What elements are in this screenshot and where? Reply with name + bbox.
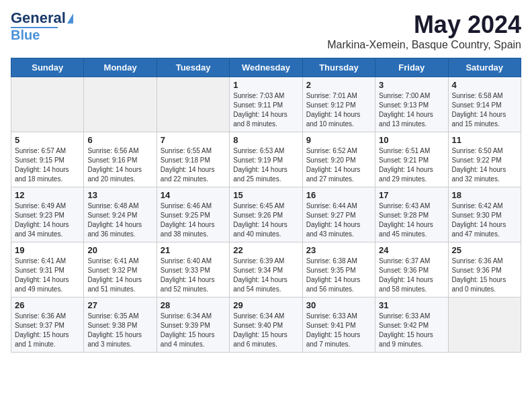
calendar-cell: 20Sunrise: 6:41 AM Sunset: 9:32 PM Dayli… [84, 242, 157, 298]
day-info: Sunrise: 6:33 AM Sunset: 9:42 PM Dayligh… [379, 312, 444, 349]
calendar-cell [84, 77, 157, 132]
calendar-cell: 18Sunrise: 6:42 AM Sunset: 9:30 PM Dayli… [448, 187, 521, 242]
day-info: Sunrise: 6:51 AM Sunset: 9:21 PM Dayligh… [379, 146, 444, 184]
calendar-cell: 17Sunrise: 6:43 AM Sunset: 9:28 PM Dayli… [375, 187, 448, 242]
day-number: 28 [161, 300, 226, 310]
calendar-week-4: 19Sunrise: 6:41 AM Sunset: 9:31 PM Dayli… [11, 242, 521, 298]
logo: General Blue [11, 11, 73, 42]
day-number: 11 [452, 135, 517, 145]
day-number: 12 [15, 190, 80, 200]
day-info: Sunrise: 6:38 AM Sunset: 9:35 PM Dayligh… [306, 257, 371, 294]
day-number: 24 [379, 245, 444, 255]
day-info: Sunrise: 6:41 AM Sunset: 9:31 PM Dayligh… [15, 257, 80, 294]
calendar-table: Sunday Monday Tuesday Wednesday Thursday… [11, 58, 521, 353]
day-info: Sunrise: 6:36 AM Sunset: 9:37 PM Dayligh… [15, 312, 80, 349]
day-info: Sunrise: 6:34 AM Sunset: 9:39 PM Dayligh… [161, 312, 226, 349]
logo-blue: Blue [11, 28, 40, 42]
day-info: Sunrise: 6:45 AM Sunset: 9:26 PM Dayligh… [233, 201, 298, 239]
calendar-week-2: 5Sunrise: 6:57 AM Sunset: 9:15 PM Daylig… [11, 132, 521, 187]
day-info: Sunrise: 6:58 AM Sunset: 9:14 PM Dayligh… [452, 91, 517, 129]
calendar-cell: 27Sunrise: 6:35 AM Sunset: 9:38 PM Dayli… [84, 298, 157, 353]
day-number: 29 [233, 300, 298, 310]
header-sunday: Sunday [11, 58, 84, 77]
day-number: 18 [452, 190, 517, 200]
calendar-cell: 10Sunrise: 6:51 AM Sunset: 9:21 PM Dayli… [375, 132, 448, 187]
day-number: 9 [306, 135, 371, 145]
calendar-week-1: 1Sunrise: 7:03 AM Sunset: 9:11 PM Daylig… [11, 77, 521, 132]
day-number: 25 [452, 245, 517, 255]
calendar-cell: 23Sunrise: 6:38 AM Sunset: 9:35 PM Dayli… [302, 242, 375, 298]
calendar-cell: 7Sunrise: 6:55 AM Sunset: 9:18 PM Daylig… [157, 132, 229, 187]
calendar-cell: 22Sunrise: 6:39 AM Sunset: 9:34 PM Dayli… [230, 242, 302, 298]
logo-general: General [11, 11, 66, 26]
calendar-cell: 25Sunrise: 6:36 AM Sunset: 9:36 PM Dayli… [448, 242, 521, 298]
calendar-subtitle: Markina-Xemein, Basque Country, Spain [327, 39, 521, 51]
day-info: Sunrise: 6:49 AM Sunset: 9:23 PM Dayligh… [15, 201, 80, 239]
calendar-cell: 15Sunrise: 6:45 AM Sunset: 9:26 PM Dayli… [230, 187, 302, 242]
day-info: Sunrise: 7:00 AM Sunset: 9:13 PM Dayligh… [379, 91, 444, 129]
calendar-cell: 19Sunrise: 6:41 AM Sunset: 9:31 PM Dayli… [11, 242, 84, 298]
day-number: 8 [233, 135, 298, 145]
day-number: 17 [379, 190, 444, 200]
day-number: 7 [161, 135, 226, 145]
day-number: 2 [306, 80, 371, 90]
calendar-cell: 16Sunrise: 6:44 AM Sunset: 9:27 PM Dayli… [302, 187, 375, 242]
day-info: Sunrise: 6:42 AM Sunset: 9:30 PM Dayligh… [452, 201, 517, 239]
day-number: 31 [379, 300, 444, 310]
day-info: Sunrise: 6:55 AM Sunset: 9:18 PM Dayligh… [161, 146, 226, 184]
day-info: Sunrise: 6:40 AM Sunset: 9:33 PM Dayligh… [161, 257, 226, 294]
day-info: Sunrise: 7:03 AM Sunset: 9:11 PM Dayligh… [233, 91, 298, 129]
calendar-week-5: 26Sunrise: 6:36 AM Sunset: 9:37 PM Dayli… [11, 298, 521, 353]
calendar-header: Sunday Monday Tuesday Wednesday Thursday… [11, 58, 521, 77]
calendar-cell [157, 77, 229, 132]
day-info: Sunrise: 6:56 AM Sunset: 9:16 PM Dayligh… [87, 146, 152, 184]
day-info: Sunrise: 6:37 AM Sunset: 9:36 PM Dayligh… [379, 257, 444, 294]
calendar-title: May 2024 [327, 11, 521, 39]
calendar-cell: 9Sunrise: 6:52 AM Sunset: 9:20 PM Daylig… [302, 132, 375, 187]
calendar-cell: 24Sunrise: 6:37 AM Sunset: 9:36 PM Dayli… [375, 242, 448, 298]
day-number: 4 [452, 80, 517, 90]
day-info: Sunrise: 6:43 AM Sunset: 9:28 PM Dayligh… [379, 201, 444, 239]
day-info: Sunrise: 6:48 AM Sunset: 9:24 PM Dayligh… [87, 201, 152, 239]
day-number: 19 [15, 245, 80, 255]
header-monday: Monday [84, 58, 157, 77]
day-number: 22 [233, 245, 298, 255]
day-info: Sunrise: 6:34 AM Sunset: 9:40 PM Dayligh… [233, 312, 298, 349]
day-number: 21 [161, 245, 226, 255]
header-saturday: Saturday [448, 58, 521, 77]
header-row: Sunday Monday Tuesday Wednesday Thursday… [11, 58, 521, 77]
calendar-cell: 8Sunrise: 6:53 AM Sunset: 9:19 PM Daylig… [230, 132, 302, 187]
header-tuesday: Tuesday [157, 58, 229, 77]
day-number: 23 [306, 245, 371, 255]
day-number: 6 [87, 135, 152, 145]
calendar-cell: 21Sunrise: 6:40 AM Sunset: 9:33 PM Dayli… [157, 242, 229, 298]
day-number: 16 [306, 190, 371, 200]
day-number: 5 [15, 135, 80, 145]
day-info: Sunrise: 6:41 AM Sunset: 9:32 PM Dayligh… [87, 257, 152, 294]
calendar-cell [11, 77, 84, 132]
day-info: Sunrise: 6:44 AM Sunset: 9:27 PM Dayligh… [306, 201, 371, 239]
header-thursday: Thursday [302, 58, 375, 77]
calendar-cell: 26Sunrise: 6:36 AM Sunset: 9:37 PM Dayli… [11, 298, 84, 353]
day-info: Sunrise: 6:53 AM Sunset: 9:19 PM Dayligh… [233, 146, 298, 184]
day-number: 20 [87, 245, 152, 255]
day-number: 1 [233, 80, 298, 90]
day-number: 30 [306, 300, 371, 310]
calendar-body: 1Sunrise: 7:03 AM Sunset: 9:11 PM Daylig… [11, 77, 521, 353]
day-info: Sunrise: 6:35 AM Sunset: 9:38 PM Dayligh… [87, 312, 152, 349]
title-block: May 2024 Markina-Xemein, Basque Country,… [327, 11, 521, 51]
calendar-cell: 1Sunrise: 7:03 AM Sunset: 9:11 PM Daylig… [230, 77, 302, 132]
calendar-cell: 28Sunrise: 6:34 AM Sunset: 9:39 PM Dayli… [157, 298, 229, 353]
calendar-cell: 6Sunrise: 6:56 AM Sunset: 9:16 PM Daylig… [84, 132, 157, 187]
logo-triangle-icon [67, 13, 73, 24]
day-number: 13 [87, 190, 152, 200]
day-info: Sunrise: 6:52 AM Sunset: 9:20 PM Dayligh… [306, 146, 371, 184]
calendar-cell: 14Sunrise: 6:46 AM Sunset: 9:25 PM Dayli… [157, 187, 229, 242]
header-wednesday: Wednesday [230, 58, 302, 77]
header-friday: Friday [375, 58, 448, 77]
calendar-cell: 2Sunrise: 7:01 AM Sunset: 9:12 PM Daylig… [302, 77, 375, 132]
day-info: Sunrise: 6:33 AM Sunset: 9:41 PM Dayligh… [306, 312, 371, 349]
day-info: Sunrise: 7:01 AM Sunset: 9:12 PM Dayligh… [306, 91, 371, 129]
day-number: 10 [379, 135, 444, 145]
day-info: Sunrise: 6:39 AM Sunset: 9:34 PM Dayligh… [233, 257, 298, 294]
